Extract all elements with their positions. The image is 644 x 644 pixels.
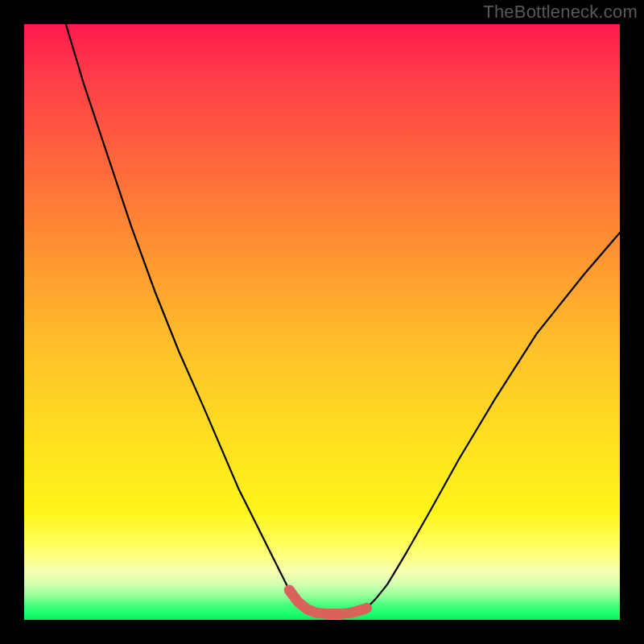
watermark-text: TheBottleneck.com: [483, 2, 638, 23]
bottleneck-curve: [66, 24, 620, 614]
bottleneck-highlight: [289, 590, 366, 614]
plot-area: [24, 24, 620, 620]
chart-frame: TheBottleneck.com: [0, 0, 644, 644]
curve-layer: [24, 24, 620, 620]
